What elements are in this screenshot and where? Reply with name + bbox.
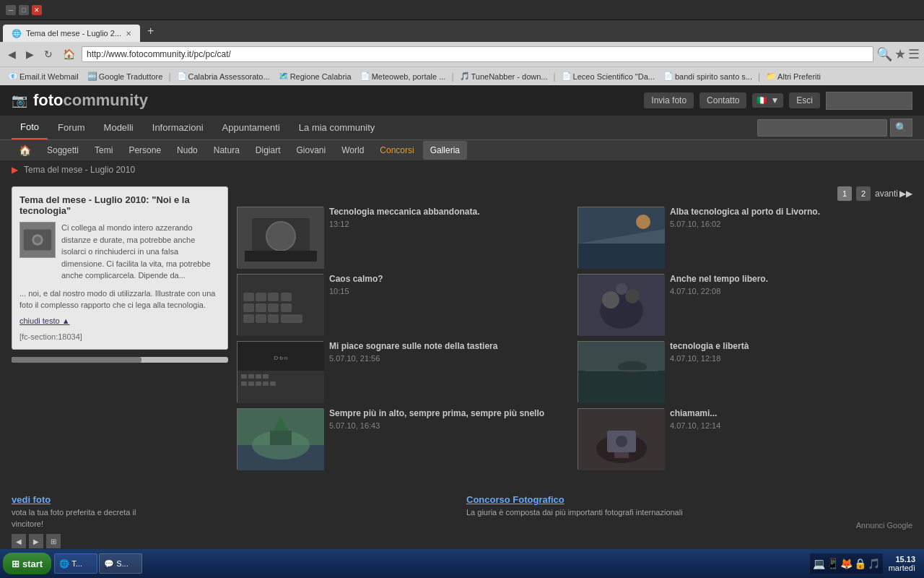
bookmark-email[interactable]: 📧 Email.it Webmail xyxy=(4,70,82,82)
nav-appuntamenti[interactable]: Appuntamenti xyxy=(214,116,289,139)
taskbar-icon-item-1[interactable]: 🌐 T... xyxy=(54,553,97,574)
bookmark-regione[interactable]: 🗺️ Regione Calabria xyxy=(275,70,355,82)
photo-thumb-6[interactable] xyxy=(578,341,664,402)
taskbar-app-icon-5[interactable]: 🎵 xyxy=(868,558,880,569)
new-tab-button[interactable]: + xyxy=(143,25,158,38)
prev-arrow[interactable]: ◀ xyxy=(12,534,26,548)
invia-foto-button[interactable]: Invia foto xyxy=(644,92,694,108)
svg-rect-49 xyxy=(270,431,292,445)
menu-icon[interactable]: ☰ xyxy=(908,46,920,62)
avanti-button[interactable]: avanti ▶▶ xyxy=(875,189,912,199)
taskbar-icon-item-2[interactable]: 💬 S... xyxy=(99,553,142,574)
nav-forum[interactable]: Forum xyxy=(49,116,94,139)
photo-item-1: Tecnologia meccanica abbandonata. 13:12 xyxy=(237,207,572,268)
taskbar-app-icon-2[interactable]: 📱 xyxy=(827,558,839,569)
cat-natura[interactable]: Natura xyxy=(206,141,247,160)
right-panel: 1 2 avanti ▶▶ xyxy=(237,186,912,475)
page-content: 📷 fotocommunity Invia foto Contatto 🇮🇹 ▼… xyxy=(0,85,924,549)
photo-thumb-3[interactable] xyxy=(237,274,323,335)
photo-thumb-5[interactable]: D·b·n xyxy=(237,341,323,402)
maximize-button[interactable]: □ xyxy=(19,5,29,15)
photo-time-6: 4.07.10, 12:18 xyxy=(670,354,912,363)
concorso-box: Concorso Fotografico La giuria è compost… xyxy=(466,494,912,548)
cat-concorsi[interactable]: Concorsi xyxy=(372,141,421,160)
photo-thumb-4[interactable] xyxy=(578,274,664,335)
back-button[interactable]: ◀ xyxy=(4,47,19,61)
bookmark-bandi[interactable]: 📄 bandi spirito santo s... xyxy=(660,70,756,82)
cat-digiart[interactable]: Digiart xyxy=(248,141,288,160)
vedi-foto-desc1: vota la tua foto preferita e decreta il xyxy=(12,508,458,517)
photo-thumb-8[interactable] xyxy=(578,408,664,470)
main-search-button[interactable]: 🔍 xyxy=(890,118,912,137)
cat-giovani[interactable]: Giovani xyxy=(289,141,334,160)
left-panel: Tema del mese - Luglio 2010: "Noi e la t… xyxy=(12,186,228,475)
forward-button[interactable]: ▶ xyxy=(22,47,38,61)
nav-informazioni[interactable]: Informazioni xyxy=(144,116,212,139)
bookmark-tunenbber[interactable]: 🎵 TuneNabber - down... xyxy=(456,70,552,82)
tab-close-button[interactable]: ✕ xyxy=(126,30,131,38)
bookmark-translate[interactable]: 🔤 Google Traduttore xyxy=(84,70,167,82)
bookmark-meteoweb[interactable]: 📄 Meteoweb, portale ... xyxy=(357,70,450,82)
main-navigation: Foto Forum Modelli Informazioni Appuntam… xyxy=(0,116,924,140)
cat-nudo[interactable]: Nudo xyxy=(170,141,205,160)
svg-rect-23 xyxy=(268,314,279,323)
taskbar-app-icon-3[interactable]: 🦊 xyxy=(840,558,853,569)
bookmark-liceo[interactable]: 📄 Leceo Scientifico "Da... xyxy=(558,70,658,82)
language-selector[interactable]: 🇮🇹 ▼ xyxy=(752,93,783,108)
nav-modelli[interactable]: Modelli xyxy=(95,116,142,139)
photo-row-2: Caos calmo? 10:15 xyxy=(237,274,912,335)
photo-thumb-7[interactable] xyxy=(237,408,323,470)
header-search-input[interactable] xyxy=(826,92,912,110)
cat-galleria[interactable]: Galleria xyxy=(423,141,467,160)
tab-bar: 🌐 Tema del mese - Luglio 2... ✕ + xyxy=(0,20,924,42)
gallery-button[interactable]: ⊞ xyxy=(46,534,61,548)
photo-time-3: 10:15 xyxy=(329,287,572,296)
page-1-button[interactable]: 1 xyxy=(837,186,852,201)
close-button[interactable]: ✕ xyxy=(32,5,42,15)
nav-foto[interactable]: Foto xyxy=(12,116,48,139)
bookmark-icon[interactable]: ★ xyxy=(894,46,906,62)
bookmark-calabria-ass[interactable]: 📄 Calabria Assessorato... xyxy=(173,70,274,82)
main-search-input[interactable] xyxy=(757,119,887,137)
contatto-button[interactable]: Contatto xyxy=(699,92,746,108)
breadcrumb: ▶ Tema del mese - Luglio 2010 xyxy=(0,160,924,179)
cat-persone[interactable]: Persone xyxy=(121,141,168,160)
bookmark-altri[interactable]: 📁 Altri Preferiti xyxy=(762,70,824,82)
home-nav-icon[interactable]: 🏠 xyxy=(12,140,38,160)
photo-thumb-2[interactable] xyxy=(578,207,664,268)
nav-community[interactable]: La mia community xyxy=(290,116,383,139)
photo-thumb-1[interactable] xyxy=(237,207,323,268)
vedi-foto-link[interactable]: vedi foto xyxy=(12,494,51,505)
svg-rect-14 xyxy=(256,293,266,301)
taskbar-app-icon-4[interactable]: 🔒 xyxy=(854,558,866,569)
tema-box: Tema del mese - Luglio 2010: "Noi e la t… xyxy=(12,186,228,350)
page-2-button[interactable]: 2 xyxy=(856,186,871,201)
svg-rect-19 xyxy=(268,303,279,312)
photo-item-2: Alba tecnologica al porto di Livorno. 5.… xyxy=(578,207,912,268)
tema-title: Tema del mese - Luglio 2010: "Noi e la t… xyxy=(19,194,220,216)
tab-title: Tema del mese - Luglio 2... xyxy=(26,29,121,38)
photo-time-4: 4.07.10, 22:08 xyxy=(670,287,912,296)
reload-button[interactable]: ↻ xyxy=(40,47,56,61)
minimize-button[interactable]: ─ xyxy=(6,5,16,15)
chiudi-link[interactable]: chiudi testo ▲ xyxy=(19,316,70,325)
photo-item-3: Caos calmo? 10:15 xyxy=(237,274,572,335)
cat-world[interactable]: World xyxy=(334,141,371,160)
address-bar[interactable] xyxy=(82,46,873,62)
start-button[interactable]: ⊞ start xyxy=(3,553,51,574)
tema-text-extra: ... noi, e dal nostro modo di utilizzarl… xyxy=(19,288,220,311)
content-wrapper: Tema del mese - Luglio 2010: "Noi e la t… xyxy=(0,179,924,483)
photo-item-7: Sempre più in alto, sempre prima, sempre… xyxy=(237,408,572,470)
cat-temi[interactable]: Temi xyxy=(87,141,120,160)
taskbar-app-icon-1[interactable]: 💻 xyxy=(813,558,825,569)
active-tab[interactable]: 🌐 Tema del mese - Luglio 2... ✕ xyxy=(3,25,140,42)
google-ad-label: Annunci Google xyxy=(466,521,912,530)
home-button[interactable]: 🏠 xyxy=(59,47,79,61)
concorso-title[interactable]: Concorso Fotografico xyxy=(466,494,912,505)
next-arrow[interactable]: ▶ xyxy=(29,534,43,548)
cat-soggetti[interactable]: Soggetti xyxy=(40,141,86,160)
photo-title-4: Anche nel tempo libero. xyxy=(670,274,912,284)
photo-title-8: chiamami... xyxy=(670,408,912,418)
photo-item-6: tecnologia e libertà 4.07.10, 12:18 xyxy=(578,341,912,402)
esci-button[interactable]: Esci xyxy=(789,92,820,108)
